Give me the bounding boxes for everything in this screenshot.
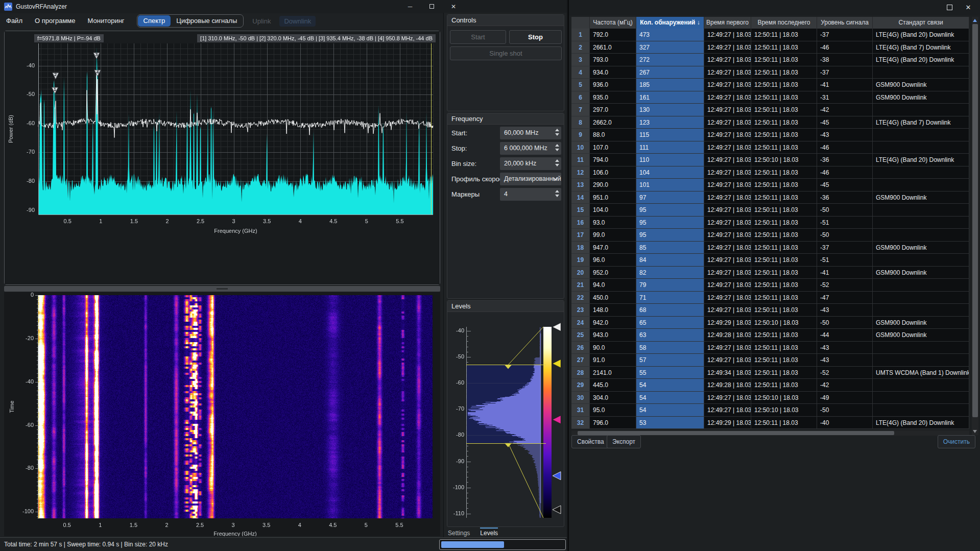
levels-histogram[interactable] [447,313,564,525]
table-row[interactable]: 26 90.0 58 12:49:27 | 18.03 12:50:11 | 1… [571,342,969,354]
cell-frequency: 95.0 [590,404,636,417]
table-row[interactable]: 17 99.0 95 12:49:27 | 18.03 12:50:11 | 1… [571,229,969,242]
table-row[interactable]: 10 107.0 111 12:49:27 | 18.03 12:50:11 |… [571,141,969,154]
spin-up-icon[interactable] [555,190,559,193]
panel-tab[interactable]: Levels [480,528,498,539]
spin-up-icon[interactable] [555,159,559,162]
table-header-cell[interactable]: Кол. обнаружений ↓ [636,17,704,29]
vertical-scrollbar-thumb[interactable] [972,24,978,417]
table-header-cell[interactable] [571,17,590,29]
export-button[interactable]: Экспорт [607,435,641,448]
menu-item[interactable]: О программе [29,14,82,28]
spinner-icons[interactable] [555,129,559,136]
spectrum-plot[interactable] [5,31,440,284]
table-row[interactable]: 8 2662.0 123 12:49:27 | 18.03 12:50:11 |… [571,116,969,129]
spinner-icons[interactable] [555,144,559,151]
maximize-button[interactable] [421,0,442,13]
cell-last-time: 12:50:11 | 18.03 [751,141,817,154]
cell-signal-level: -36 [817,191,873,204]
spinner-icons[interactable] [555,190,559,197]
table-row[interactable]: 27 91.0 57 12:49:27 | 18.03 12:50:11 | 1… [571,354,969,367]
table-header-cell[interactable]: Стандарт связи [873,17,969,29]
waterfall-plot[interactable] [4,292,440,536]
table-header-cell[interactable]: Время последнего [751,17,817,29]
spin-down-icon[interactable] [555,133,559,136]
cell-detections-count: 54 [636,392,704,404]
spin-down-icon[interactable] [555,164,559,166]
close-button[interactable]: ✕ [442,0,465,13]
vertical-scrollbar[interactable] [972,17,978,435]
table-row[interactable]: 5 936.0 185 12:49:27 | 18.03 12:50:11 | … [571,79,969,91]
cell-standard [873,292,969,304]
minimize-button[interactable]: ─ [399,0,421,13]
cell-detections-count: 85 [636,242,704,254]
table-row[interactable]: 18 947.0 85 12:49:27 | 18.03 12:50:11 | … [571,242,969,254]
table-header-cell[interactable]: Уровень сигнала [817,17,873,29]
table-row[interactable]: 24 942.0 65 12:49:29 | 18.03 12:50:10 | … [571,317,969,329]
scroll-up-icon[interactable] [973,19,977,22]
mode-tab[interactable]: Спектр [138,15,171,27]
cell-detections-count: 123 [636,116,704,129]
spin-up-icon[interactable] [555,129,559,131]
table-row[interactable]: 30 304.0 54 12:49:27 | 18.03 12:50:10 | … [571,392,969,404]
table-header-cell[interactable]: Частота (мГц) [590,17,636,29]
scroll-down-icon[interactable] [973,430,977,433]
clear-button[interactable]: Очистить [938,435,975,448]
mode-tab[interactable]: Цифровые сигналы [171,15,243,27]
cell-first-time: 12:49:27 | 18.03 [704,267,751,279]
single-shot-button[interactable]: Single shot [450,46,562,60]
spin-down-icon[interactable] [555,149,559,151]
field-input[interactable]: 60,000 MHz [500,127,561,139]
cell-frequency: 2141.0 [590,367,636,379]
table-row[interactable]: 22 450.0 71 12:49:27 | 18.03 12:50:11 | … [571,292,969,304]
link-tab[interactable]: Downlink [279,16,316,27]
table-row[interactable]: 23 148.0 68 12:49:27 | 18.03 12:50:11 | … [571,304,969,317]
table-row[interactable]: 29 445.0 54 12:49:28 | 18.03 12:50:11 | … [571,379,969,392]
table-row[interactable]: 6 935.0 161 12:49:27 | 18.03 12:50:11 | … [571,91,969,104]
table-row[interactable]: 7 297.0 130 12:49:27 | 18.03 12:50:11 | … [571,104,969,116]
panel-tab[interactable]: Settings [448,528,470,539]
maximize-button[interactable] [943,2,955,14]
field-input[interactable]: 6 000,000 MHz [500,142,561,155]
link-tab[interactable]: Uplink [248,16,275,27]
cell-frequency: 935.0 [590,91,636,104]
spinner-icons[interactable] [555,159,559,166]
field-input[interactable]: Детализированный [500,173,561,185]
table-row[interactable]: 31 95.0 54 12:49:27 | 18.03 12:50:10 | 1… [571,404,969,417]
table-row[interactable]: 13 290.0 101 12:49:27 | 18.03 12:50:11 |… [571,179,969,191]
plot-splitter[interactable] [4,286,440,292]
table-row[interactable]: 2 2661.0 327 12:49:27 | 18.03 12:50:11 |… [571,41,969,54]
table-row[interactable]: 9 88.0 115 12:49:27 | 18.03 12:50:11 | 1… [571,129,969,141]
table-row[interactable]: 4 934.0 267 12:49:27 | 18.03 12:50:11 | … [571,66,969,79]
field-input[interactable]: 20,000 kHz [500,157,561,170]
properties-button[interactable]: Свойства [571,435,610,448]
horizontal-scrollbar-thumb[interactable] [578,431,894,435]
table-row[interactable]: 28 2141.0 55 12:49:34 | 18.03 12:50:11 |… [571,367,969,379]
field-input[interactable]: 4 [500,188,561,201]
table-header-cell[interactable]: Время первого [704,17,751,29]
row-index: 4 [571,66,590,79]
table-row[interactable]: 21 94.0 79 12:49:27 | 18.03 12:50:11 | 1… [571,279,969,292]
table-row[interactable]: 20 952.0 82 12:49:27 | 18.03 12:50:11 | … [571,267,969,279]
field-label: Start: [451,127,467,139]
row-index: 26 [571,342,590,354]
start-button[interactable]: Start [450,30,506,44]
table-row[interactable]: 12 106.0 104 12:49:27 | 18.03 12:50:11 |… [571,166,969,179]
table-row[interactable]: 19 96.0 84 12:49:27 | 18.03 12:50:11 | 1… [571,254,969,267]
spin-down-icon[interactable] [555,195,559,197]
table-row[interactable]: 32 796.0 53 12:49:29 | 18.03 12:50:11 | … [571,417,969,429]
table-row[interactable]: 3 793.0 272 12:49:27 | 18.03 12:50:11 | … [571,54,969,66]
spin-up-icon[interactable] [555,144,559,147]
table-row[interactable]: 11 794.0 110 12:49:27 | 18.03 12:50:10 |… [571,154,969,166]
menu-item[interactable]: Мониторинг [82,14,131,28]
table-row[interactable]: 16 93.0 95 12:49:27 | 18.03 12:50:11 | 1… [571,217,969,229]
cell-first-time: 12:49:28 | 18.03 [704,379,751,392]
stop-button[interactable]: Stop [509,30,562,44]
menu-item[interactable]: Файл [0,14,29,28]
table-row[interactable]: 1 792.0 473 12:49:27 | 18.03 12:50:11 | … [571,29,969,41]
table-row[interactable]: 14 951.0 97 12:49:27 | 18.03 12:50:11 | … [571,191,969,204]
table-row[interactable]: 25 943.0 63 12:49:28 | 18.03 12:50:11 | … [571,329,969,342]
table-row[interactable]: 15 104.0 95 12:49:27 | 18.03 12:50:11 | … [571,204,969,217]
close-button[interactable]: ✕ [962,2,974,14]
cell-detections-count: 267 [636,66,704,79]
